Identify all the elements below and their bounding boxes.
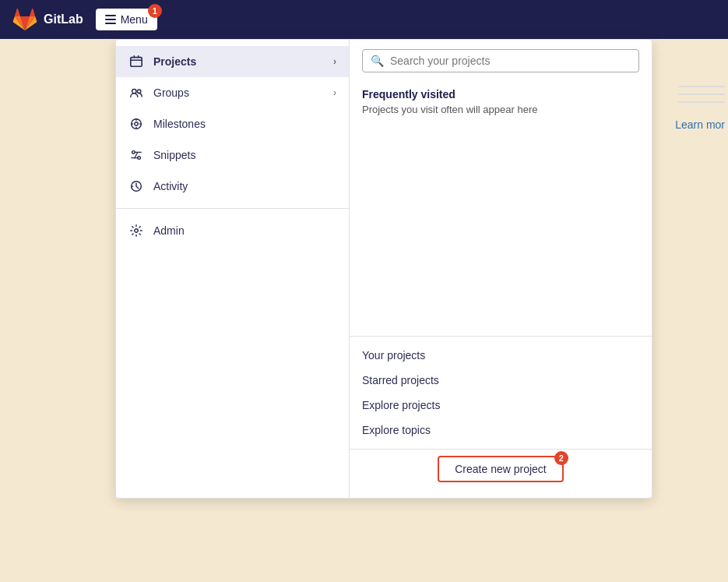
menu-item-projects[interactable]: Projects › — [116, 46, 349, 77]
search-bar: 🔍 — [350, 49, 652, 82]
hamburger-icon — [105, 15, 116, 24]
explore-topics-link[interactable]: Explore topics — [350, 418, 652, 443]
explore-projects-link[interactable]: Explore projects — [350, 393, 652, 418]
right-panel: 🔍 Frequently visited Projects you visit … — [350, 40, 652, 498]
dropdown-menu: Projects › Groups › — [115, 39, 652, 499]
sidebar-lines — [678, 86, 725, 103]
brand: GitLab — [12, 7, 83, 32]
projects-label: Projects — [153, 55, 324, 68]
sidebar-line-3 — [678, 101, 725, 103]
left-panel: Projects › Groups › — [116, 40, 350, 498]
snippets-icon — [128, 147, 144, 163]
menu-item-admin[interactable]: Admin — [116, 215, 349, 246]
menu-label: Menu — [121, 13, 148, 26]
navbar: GitLab Menu 1 — [0, 0, 728, 39]
spacer — [350, 118, 652, 336]
admin-icon — [128, 223, 144, 238]
menu-item-activity[interactable]: Activity — [116, 171, 349, 202]
milestones-icon — [128, 116, 144, 132]
menu-item-milestones[interactable]: Milestones — [116, 108, 349, 139]
groups-icon — [128, 85, 144, 101]
menu-button[interactable]: Menu 1 — [96, 9, 157, 30]
activity-icon — [128, 178, 144, 194]
groups-label: Groups — [153, 86, 324, 99]
admin-label: Admin — [153, 224, 336, 237]
svg-point-2 — [137, 90, 141, 93]
svg-point-4 — [135, 122, 139, 126]
search-wrapper[interactable]: 🔍 — [362, 49, 639, 72]
menu-badge: 1 — [148, 4, 162, 18]
main-content: Projects › Groups › — [0, 39, 728, 582]
sidebar-line-2 — [678, 93, 725, 95]
projects-icon — [128, 54, 144, 69]
svg-rect-0 — [131, 58, 142, 67]
activity-label: Activity — [153, 180, 336, 192]
search-icon: 🔍 — [371, 55, 384, 67]
milestones-label: Milestones — [153, 118, 336, 130]
menu-item-groups[interactable]: Groups › — [116, 77, 349, 108]
svg-point-1 — [132, 90, 136, 93]
snippets-label: Snippets — [153, 149, 336, 161]
brand-name: GitLab — [44, 12, 83, 26]
projects-links: Your projects Starred projects Explore p… — [350, 336, 652, 449]
sidebar-line-1 — [678, 86, 725, 87]
groups-arrow-icon: › — [333, 87, 336, 98]
starred-projects-link[interactable]: Starred projects — [350, 368, 652, 393]
frequently-visited: Frequently visited Projects you visit of… — [350, 82, 652, 118]
create-project-badge: 2 — [554, 451, 568, 465]
menu-divider — [116, 208, 349, 209]
gitlab-logo-icon — [12, 7, 37, 32]
create-project-label: Create new project — [455, 463, 547, 475]
menu-item-snippets[interactable]: Snippets — [116, 139, 349, 171]
right-sidebar: Learn mor — [666, 86, 728, 131]
learn-more-link[interactable]: Learn mor — [675, 118, 725, 131]
search-input[interactable] — [390, 55, 631, 67]
svg-point-8 — [135, 229, 139, 233]
create-new-project-button[interactable]: Create new project 2 — [438, 456, 564, 482]
create-project-wrapper: Create new project 2 — [350, 449, 652, 489]
your-projects-link[interactable]: Your projects — [350, 343, 652, 368]
frequently-visited-title: Frequently visited — [362, 88, 639, 101]
projects-arrow-icon: › — [333, 56, 336, 67]
frequently-visited-desc: Projects you visit often will appear her… — [362, 104, 639, 115]
